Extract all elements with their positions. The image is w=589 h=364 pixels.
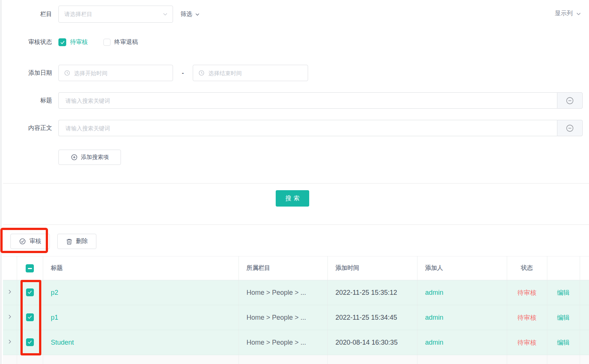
date-end-field[interactable] [193, 65, 308, 81]
header-actions [547, 256, 580, 280]
row-category: Home > People > ... [247, 314, 306, 321]
column-select-placeholder: 请选择栏目 [64, 11, 162, 18]
chevron-down-icon [576, 11, 582, 17]
title-search-input[interactable] [58, 92, 557, 109]
title-label: 标题 [0, 97, 52, 105]
column-label: 栏目 [0, 10, 52, 18]
checkbox-checked-icon[interactable] [58, 38, 66, 46]
row-checkbox-checked-icon[interactable] [26, 288, 34, 296]
row-checkbox-checked-icon[interactable] [26, 338, 34, 346]
content-review-page: 栏目 请选择栏目 筛选 显示列 审核状态 待审核 [0, 0, 589, 364]
content-search-row: 内容正文 [0, 120, 589, 136]
chevron-right-icon[interactable] [7, 314, 13, 320]
date-end-input[interactable] [193, 65, 308, 81]
plus-circle-icon [71, 154, 78, 161]
expand-column-header [3, 256, 17, 280]
row-added-by[interactable]: admin [425, 314, 444, 321]
form-divider [3, 183, 589, 183]
results-divider [3, 224, 589, 225]
review-status-label: 审核状态 [0, 38, 52, 46]
table-row: Student Home > People > ... 2020-08-14 1… [3, 330, 589, 355]
row-added-by[interactable]: admin [425, 339, 444, 346]
results-table: 标题 所属栏目 添加时间 添加人 状态 p2 Home > People > .… [3, 256, 589, 364]
display-columns-toggle[interactable]: 显示列 [555, 10, 582, 17]
select-all-checkbox-indeterminate-icon[interactable] [26, 264, 34, 272]
chevron-down-icon [195, 12, 200, 17]
row-added-by[interactable]: admin [425, 289, 444, 296]
table-row-partial [3, 355, 589, 364]
row-status-badge: 待审核 [518, 339, 537, 346]
content-search-group [58, 120, 583, 136]
checkbox-unchecked-icon[interactable] [103, 39, 111, 46]
minus-circle-icon [566, 96, 574, 105]
status-option-rejected[interactable]: 终审退稿 [103, 38, 138, 46]
row-status-badge: 待审核 [518, 289, 537, 296]
search-button[interactable]: 搜索 [276, 190, 309, 207]
check-circle-icon [19, 238, 26, 245]
delete-button-label: 删除 [76, 237, 88, 245]
review-button[interactable]: 审核 [10, 234, 50, 249]
status-option-pending-label: 待审核 [70, 38, 88, 46]
header-status: 状态 [507, 256, 547, 280]
header-extra [580, 256, 589, 280]
filter-toggle[interactable]: 筛选 [180, 10, 200, 18]
row-edit-link[interactable]: 编辑 [557, 314, 570, 321]
header-added-by: 添加人 [417, 256, 507, 280]
row-added-time: 2022-11-25 15:34:45 [336, 314, 397, 321]
table-header-row: 标题 所属栏目 添加时间 添加人 状态 [3, 256, 589, 280]
row-added-time: 2022-11-25 15:35:12 [336, 289, 397, 296]
page-left-edge [0, 0, 2, 364]
date-start-input[interactable] [59, 65, 173, 81]
table-toolbar: 审核 删除 [10, 234, 96, 249]
status-option-rejected-label: 终审退稿 [114, 38, 138, 46]
row-title-link[interactable]: p1 [51, 314, 58, 321]
column-select[interactable]: 请选择栏目 [58, 6, 173, 23]
row-status-badge: 待审核 [518, 314, 537, 321]
content-search-input[interactable] [58, 120, 557, 136]
chevron-down-icon [162, 11, 168, 17]
delete-button[interactable]: 删除 [57, 234, 96, 249]
row-checkbox-checked-icon[interactable] [26, 313, 34, 321]
content-label: 内容正文 [0, 124, 52, 132]
date-label: 添加日期 [0, 69, 52, 77]
add-search-item-label: 添加搜索项 [81, 154, 109, 161]
column-filter-row: 栏目 请选择栏目 筛选 [0, 6, 200, 23]
display-columns-label: 显示列 [555, 10, 573, 17]
trash-icon [66, 238, 73, 245]
row-title-link[interactable]: Student [51, 339, 74, 346]
row-category: Home > People > ... [247, 289, 306, 296]
clock-icon [198, 70, 205, 76]
row-added-time: 2020-08-14 16:30:35 [336, 339, 398, 346]
title-search-group [58, 92, 583, 109]
chevron-right-icon[interactable] [7, 289, 13, 295]
filter-toggle-label: 筛选 [180, 10, 192, 18]
review-button-label: 审核 [29, 237, 41, 245]
clock-icon [64, 70, 70, 76]
review-status-row: 审核状态 待审核 终审退稿 [0, 37, 154, 47]
select-all-cell [17, 256, 43, 280]
table-row: p2 Home > People > ... 2022-11-25 15:35:… [3, 280, 589, 305]
remove-search-item-button[interactable] [557, 92, 583, 109]
date-separator: - [173, 70, 193, 76]
row-edit-link[interactable]: 编辑 [557, 339, 570, 346]
header-category: 所属栏目 [239, 256, 327, 280]
header-added-time: 添加时间 [327, 256, 417, 280]
remove-search-item-button[interactable] [557, 120, 583, 136]
date-range-row: 添加日期 - [0, 65, 308, 81]
add-search-item-button[interactable]: 添加搜索项 [58, 150, 121, 165]
header-title: 标题 [43, 256, 239, 280]
title-search-row: 标题 [0, 92, 589, 109]
date-start-field[interactable] [58, 65, 173, 81]
row-title-link[interactable]: p2 [51, 289, 58, 296]
row-category: Home > People > ... [247, 339, 306, 346]
status-option-pending[interactable]: 待审核 [58, 38, 88, 46]
table-row: p1 Home > People > ... 2022-11-25 15:34:… [3, 305, 589, 330]
minus-circle-icon [566, 124, 574, 132]
chevron-right-icon[interactable] [7, 339, 13, 345]
row-edit-link[interactable]: 编辑 [557, 289, 570, 296]
